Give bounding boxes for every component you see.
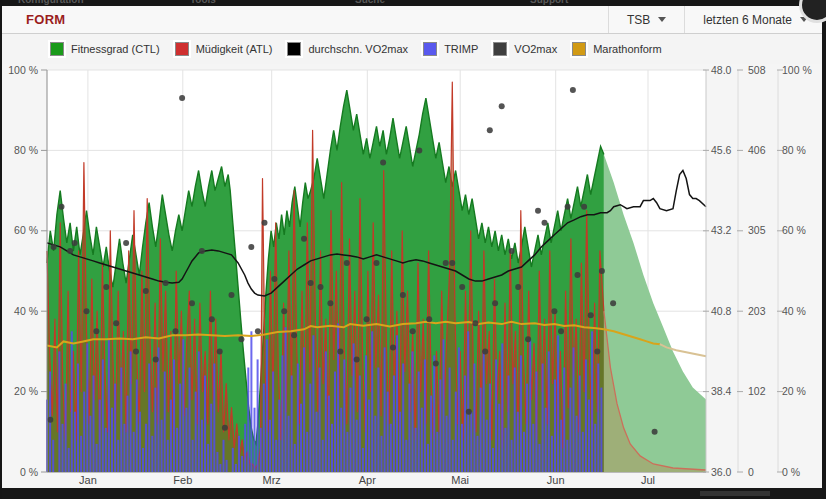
vo2max-dot [499,103,505,109]
trimp-bar [365,355,367,472]
trimp-bar [346,432,348,472]
vo2max-dot [400,292,406,298]
trimp-bar [127,396,129,472]
trimp-bar [288,416,290,472]
trimp-bar [319,368,321,473]
trimp-bar [508,376,510,473]
legend-item-vo2max[interactable]: VO2max [493,42,557,56]
trimp-bar [418,372,420,473]
trimp-bar [111,408,113,472]
trimp-bar [374,416,376,472]
vo2max-dot [466,409,472,415]
trimp-bar [433,355,435,472]
trimp-bar [405,440,407,472]
page-title: FORM [0,6,65,33]
right-pct-axis-label: 0 % [782,466,800,478]
nav-item[interactable]: Suche [355,0,385,5]
trimp-bar [52,440,54,472]
trimp-bar [390,424,392,472]
trimp-bar [182,339,184,472]
left-axis-label: 0 % [20,466,38,478]
trimp-bar [83,392,85,472]
vo2max-dot [337,348,343,354]
trimp-bar [436,432,438,472]
legend-item-marathonform[interactable]: Marathonform [572,42,661,56]
trimp-bar [585,359,587,472]
trimp-bar [446,416,448,472]
trimp-bar [241,456,243,472]
trimp-bar [250,331,252,472]
trimp-bar [381,436,383,472]
range-dropdown-label: letzten 6 Monate [703,13,792,27]
trimp-bar [117,440,119,472]
vo2max-axis-label: 43.2 [711,224,732,236]
month-label: Mai [451,474,469,486]
trimp-bar [303,347,305,472]
trimp-bar [551,436,553,472]
vo2max-dot [390,344,396,350]
trimp-bar [269,420,271,472]
trimp-bar [359,376,361,473]
trimp-bar [489,384,491,472]
form-chart[interactable]: 100 %80 %60 %40 %20 %0 %48.045.643.240.8… [0,64,826,488]
vo2max-dot [72,240,78,246]
trimp-bar [120,368,122,473]
vo2max-dot [113,320,119,326]
vo2max-dot [542,220,548,226]
trimp-bar [136,380,138,473]
trimp-bar [123,424,125,472]
vo2max-dot [459,284,465,290]
trimp-bar [563,368,565,473]
trimp-bar [393,376,395,473]
vo2max-dot [570,87,576,93]
vo2max-dot [551,308,557,314]
trimp-bar [65,384,67,472]
trimp-bar [415,428,417,472]
trimp-bar [167,440,169,472]
month-label: Jan [79,474,97,486]
trimp-bar [396,335,398,472]
trimp-bar [254,408,256,472]
legend-item-trimp[interactable]: TRIMP [423,42,478,56]
top-navbar: KonfigurationToolsSucheSupport [0,0,826,6]
nav-item[interactable]: Support [530,0,568,5]
window-left-edge [0,0,2,499]
vo2max-dot [575,272,581,278]
legend-label: durchschn. VO2max [308,43,408,55]
vo2max-dot [433,361,439,367]
trimp-bar [325,351,327,472]
left-axis-label: 60 % [14,224,38,236]
legend-label: TRIMP [444,43,478,55]
left-axis-label: 20 % [14,385,38,397]
trimp-bar [77,364,79,473]
trimp-bar [272,372,274,473]
trimp-bar [526,384,528,472]
right-pct-axis-label: 100 % [782,64,812,76]
trimp-bar [501,343,503,472]
vo2max-dot [509,248,515,254]
trimp-bar [281,355,283,472]
legend-item-avg-vo2max[interactable]: durchschn. VO2max [287,42,408,56]
nav-item[interactable]: Tools [190,0,216,5]
trimp-bar [263,384,265,472]
trimp-axis-label: 406 [748,144,766,156]
trimp-bar [297,364,299,473]
vo2max-dot [123,240,129,246]
trimp-bar [154,388,156,472]
right-pct-axis-label: 80 % [782,144,806,156]
legend-label: Fitnessgrad (CTL) [71,43,160,55]
legend-item-atl[interactable]: Müdigkeit (ATL) [175,42,273,56]
trimp-bar [498,404,500,472]
metric-dropdown[interactable]: TSB [608,6,684,33]
vo2max-dot [374,260,380,266]
legend-label: VO2max [514,43,557,55]
trimp-bar [161,420,163,472]
trimp-bar [179,384,181,472]
trimp-axis-label: 0 [748,466,754,478]
legend-item-ctl[interactable]: Fitnessgrad (CTL) [50,42,160,56]
trimp-bar [145,424,147,472]
trimp-bar [511,440,513,472]
trimp-bar [278,400,280,472]
nav-item[interactable]: Konfiguration [18,0,84,5]
trimp-bar [377,368,379,473]
